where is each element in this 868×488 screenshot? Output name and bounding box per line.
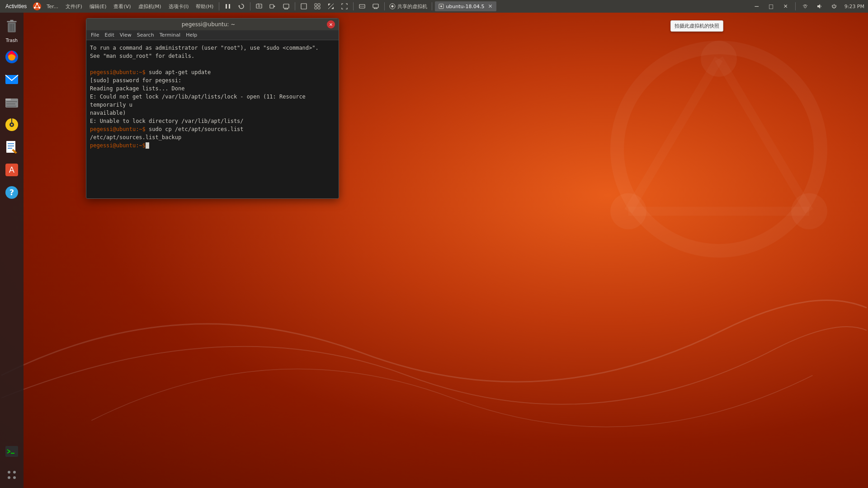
speaker-tray-icon[interactable] [814,1,826,12]
trash-label: Trash [6,38,18,43]
svg-rect-24 [315,4,317,6]
power-tray-icon[interactable] [828,1,840,12]
dock-files-icon[interactable] [2,93,21,112]
menu-edit[interactable]: 编辑(E) [87,2,109,11]
clock-label: 9:23 PM [843,4,866,9]
svg-rect-11 [226,4,227,9]
svg-point-60 [11,124,13,126]
dock-show-apps-icon[interactable] [2,465,21,484]
terminal-cmd1-line: pegessi@ubuntu:~$ sudo apt-get update [90,68,335,76]
ubuntu-favicon [33,2,41,10]
terminal-close-button[interactable]: ✕ [327,20,335,28]
dock-software-icon[interactable]: A [2,160,21,179]
svg-text:?: ? [9,188,14,197]
virtualbox-toolbar: Activities Ter... 文件(F) 编辑(E) 查看(V) 虚拟机(… [0,0,868,13]
svg-point-76 [13,476,16,479]
terminal-menu-terminal[interactable]: Terminal [157,31,184,39]
svg-rect-55 [6,101,17,102]
display-button[interactable] [370,1,382,12]
svg-text:A: A [9,165,15,174]
menu-file[interactable]: 文件(F) [63,2,85,11]
svg-rect-35 [373,4,378,8]
vm-tab-close[interactable]: ✕ [488,3,492,9]
dock-writer-icon[interactable] [2,138,21,157]
terminal-prompt-3: pegessi@ubuntu:~$ [90,142,146,149]
ubuntu-logo-watermark [606,36,832,262]
screenshot-button[interactable] [253,1,265,12]
seamless-view-button[interactable] [311,1,323,12]
svg-rect-45 [10,20,13,22]
toolbar-separator-6 [432,2,432,10]
terminal-error1: E: Could not get lock /var/lib/apt/lists… [90,93,335,109]
vm-tab-active[interactable]: ubuntu-18.04.5 ✕ [435,1,496,11]
fullscreen-button[interactable] [339,1,350,12]
network-tray-icon[interactable] [799,1,811,12]
terminal-content-area[interactable]: To run a command as administrator (user … [86,40,339,198]
toolbar-separator-5 [384,2,385,10]
menu-tab[interactable]: 选项卡(I) [166,2,192,11]
terminal-titlebar: pegessi@ubuntu: ~ ✕ [86,19,339,30]
svg-point-40 [392,5,394,8]
svg-marker-43 [817,4,820,9]
minimize-button[interactable]: ─ [751,1,763,12]
trash-icon[interactable] [2,17,21,36]
terminal-menu-search[interactable]: Search [134,31,157,39]
terminal-cmd2-line: pegessi@ubuntu:~$ sudo cp /etc/apt/sourc… [90,125,335,141]
svg-point-15 [258,5,260,7]
snapshot-button[interactable] [280,1,292,12]
terminal-menu-help[interactable]: Help [183,31,200,39]
svg-marker-29 [331,7,334,9]
dock-email-icon[interactable] [2,70,21,89]
toolbar-separator-4 [353,2,354,10]
svg-rect-14 [256,4,262,8]
svg-rect-17 [270,5,274,8]
menu-view[interactable]: 查看(V) [111,2,133,11]
dock-terminal-icon[interactable] [2,442,21,461]
svg-rect-19 [283,4,289,8]
terminal-cursor [146,142,149,149]
terminal-prompt3-line: pegessi@ubuntu:~$ [90,141,335,150]
svg-rect-12 [229,4,230,9]
scale-view-button[interactable] [325,1,337,12]
svg-rect-54 [5,99,11,100]
terminal-menu-file[interactable]: File [88,31,102,39]
svg-point-75 [8,476,10,479]
input-button[interactable] [356,1,368,12]
activities-button[interactable]: Activities [2,1,30,11]
terminal-menu-edit[interactable]: Edit [102,31,117,39]
svg-marker-18 [274,5,275,7]
pause-button[interactable] [222,1,234,12]
toolbar-separator-3 [295,2,295,10]
terminal-prompt-1: pegessi@ubuntu:~$ [90,69,146,75]
menu-help[interactable]: 帮助(H) [193,2,216,11]
maximize-button[interactable]: □ [765,1,777,12]
vm-tab-label: ubuntu-18.04.5 [446,4,484,9]
dock-trash-item[interactable]: Trash [2,16,21,43]
terminal-sudo-prompt: [sudo] password for pegessi: [90,76,335,84]
application-dock: Trash [0,13,24,488]
terminal-title-label: pegessi@ubuntu: ~ [90,21,327,28]
dock-firefox-icon[interactable] [2,47,21,66]
svg-rect-26 [315,7,317,9]
record-button[interactable] [267,1,278,12]
menu-vm[interactable]: 虚拟机(M) [136,2,164,11]
svg-rect-65 [8,148,12,149]
terminal-menu-view[interactable]: View [117,31,134,39]
terminal-menubar: File Edit View Search Terminal Help [86,30,339,40]
dock-music-icon[interactable] [2,115,21,134]
svg-rect-27 [318,7,320,9]
restart-button[interactable] [236,1,247,12]
normal-view-button[interactable] [298,1,310,12]
terminal-reading: Reading package lists... Done [90,84,335,93]
shared-vm-section: 共享的虚拟机 [387,3,429,10]
dock-help-icon[interactable]: ? [2,183,21,202]
terminal-prompt-2: pegessi@ubuntu:~$ [90,126,146,132]
svg-rect-63 [8,143,14,144]
svg-point-42 [440,5,442,7]
terminal-window: pegessi@ubuntu: ~ ✕ File Edit View Searc… [86,18,339,199]
svg-rect-64 [8,145,14,146]
close-main-button[interactable]: ✕ [780,1,792,12]
terminal-cmd1: sudo apt-get update [146,69,211,75]
svg-rect-57 [6,106,16,107]
snapshot-tooltip: 拍摄此虚拟机的快照 [670,20,723,32]
